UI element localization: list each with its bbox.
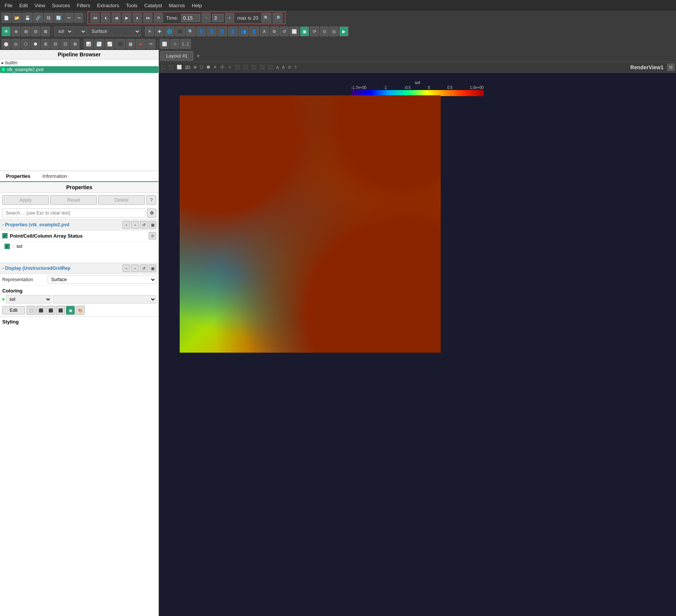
rv-btn3[interactable]: ⬜ xyxy=(176,64,183,70)
source-btn3[interactable]: ⊟ xyxy=(31,26,40,36)
edit-button[interactable]: Edit xyxy=(2,306,25,314)
source-selector[interactable]: sol xyxy=(54,26,73,36)
tb-icon-btn13[interactable]: ⚙ xyxy=(270,26,279,36)
time-play-button[interactable]: ▶ xyxy=(122,13,131,23)
rv-btn17[interactable]: ⊙ xyxy=(287,64,292,70)
tb-icon-btn7[interactable]: 👤 xyxy=(207,26,217,36)
filter-btn17[interactable]: ⊹ xyxy=(170,39,179,49)
rv-btn11[interactable]: ⬛ xyxy=(242,64,249,70)
menu-macros[interactable]: Macros xyxy=(166,2,188,9)
filter-btn10[interactable]: 📉 xyxy=(94,39,104,49)
menu-extractors[interactable]: Extractors xyxy=(94,2,122,9)
tb-icon-btn9[interactable]: 👤 xyxy=(228,26,238,36)
rv-btn12[interactable]: ⬛ xyxy=(250,64,258,70)
tb-icon-btn12[interactable]: A xyxy=(260,26,269,36)
rv-btn7[interactable]: ✕ xyxy=(212,64,218,70)
add-source-button[interactable]: ⊕ xyxy=(11,26,20,36)
rv-btn6[interactable]: ⬢ xyxy=(205,64,211,70)
filter-btn5[interactable]: ⊞ xyxy=(41,39,50,49)
filter-btn4[interactable]: ⬢ xyxy=(31,39,40,49)
pipeline-item-builtin[interactable]: ▸ builtin: xyxy=(0,59,159,66)
time-prev-button[interactable]: ⏴ xyxy=(101,13,110,23)
tb-icon-btn10[interactable]: 👥 xyxy=(239,26,249,36)
layout-tab-1[interactable]: Layout #1 xyxy=(160,51,193,61)
disp-icon-1[interactable]: ▪ xyxy=(123,264,130,272)
filter-btn6[interactable]: ⊟ xyxy=(51,39,60,49)
tb-icon-btn2[interactable]: ✚ xyxy=(155,26,164,36)
reset-button[interactable]: Reset xyxy=(50,195,97,205)
tab-information[interactable]: Information xyxy=(36,171,73,182)
tb-icon-btn5[interactable]: 🔍 xyxy=(186,26,196,36)
filter-btn7[interactable]: ⊡ xyxy=(61,39,70,49)
tab-properties[interactable]: Properties xyxy=(0,171,36,182)
menu-sources[interactable]: Sources xyxy=(49,2,73,9)
menu-view[interactable]: View xyxy=(31,2,48,9)
tb-icon-btn11[interactable]: 👤 xyxy=(249,26,259,36)
color-action-2[interactable]: ⬛ xyxy=(36,306,45,315)
filter-btn11[interactable]: 📈 xyxy=(105,39,115,49)
rv-btn4[interactable]: ⊕ xyxy=(192,64,198,70)
color-action-6[interactable]: 🎨 xyxy=(76,306,85,315)
filter-btn8[interactable]: ⊠ xyxy=(70,39,79,49)
coloring-component-select[interactable] xyxy=(53,295,156,303)
new-button[interactable]: 📄 xyxy=(2,13,11,23)
time-zoom-out-button[interactable]: 🔎 xyxy=(273,13,283,23)
filter-btn1[interactable]: ⬤ xyxy=(2,39,11,49)
color-action-1[interactable]: ⬚ xyxy=(26,306,36,315)
time-frame-input[interactable] xyxy=(212,14,224,22)
time-forward-button[interactable]: ⏵ xyxy=(133,13,142,23)
rv-btn8[interactable]: ➕ xyxy=(219,64,226,70)
rv-btn13[interactable]: ⬛ xyxy=(258,64,266,70)
time-minus-button[interactable]: − xyxy=(202,13,211,23)
connect-button[interactable]: 🔗 xyxy=(33,13,43,23)
tb-icon-btn16[interactable]: ▣ xyxy=(300,26,309,36)
array-status-settings[interactable]: ⚙ xyxy=(149,232,156,240)
rv-btn-2d[interactable]: 2D xyxy=(184,64,191,70)
rv-btn16[interactable]: A xyxy=(281,64,286,70)
time-loop-button[interactable]: ⟳ xyxy=(154,13,163,23)
time-zoom-in-button[interactable]: 🔍 xyxy=(261,13,271,23)
time-value-input[interactable] xyxy=(181,14,200,22)
redo-button[interactable]: ↪ xyxy=(74,13,83,23)
filter-btn15[interactable]: ✏ xyxy=(146,39,155,49)
disp-icon-2[interactable]: ▪ xyxy=(131,264,139,272)
section-icon-expand[interactable]: ▣ xyxy=(149,221,156,229)
section-icon-1[interactable]: ▪ xyxy=(123,221,130,229)
undo-button[interactable]: ↩ xyxy=(64,13,73,23)
time-last-button[interactable]: ⏭ xyxy=(143,13,152,23)
tb-icon-btn3[interactable]: 🌐 xyxy=(165,26,174,36)
rv-btn5[interactable]: ⬡ xyxy=(199,64,205,70)
tb-icon-btn14[interactable]: ↺ xyxy=(280,26,289,36)
rv-btn2[interactable]: ⬛ xyxy=(167,64,175,70)
rv-btn14[interactable]: ⬛ xyxy=(267,64,274,70)
pipeline-item-vtk[interactable]: vtk_example2.pvd xyxy=(0,66,159,73)
representation-select[interactable]: Surface xyxy=(48,275,156,284)
help-button[interactable]: ? xyxy=(146,195,156,205)
representation-selector[interactable]: Surface Wireframe Points Surface With Ed… xyxy=(87,26,141,36)
array-status-checkbox[interactable]: ✓ xyxy=(2,233,8,238)
tb-icon-btn17[interactable]: ⟳ xyxy=(310,26,319,36)
sol-checkbox[interactable]: ✓ xyxy=(5,244,10,249)
color-action-3[interactable]: ⬛ xyxy=(46,306,55,315)
rv-btn10[interactable]: ⬛ xyxy=(233,64,241,70)
section-icon-refresh[interactable]: ↺ xyxy=(140,221,148,229)
search-input[interactable] xyxy=(2,208,146,218)
filter-btn3[interactable]: ⬡ xyxy=(21,39,30,49)
time-back-button[interactable]: ◀ xyxy=(112,13,121,23)
filter-btn16[interactable]: ⬜ xyxy=(160,39,169,49)
menu-catalyst[interactable]: Catalyst xyxy=(141,2,165,9)
tb-icon-btn15[interactable]: ⬜ xyxy=(289,26,299,36)
menu-filters[interactable]: Filters xyxy=(74,2,93,9)
tb-icon-btn19[interactable]: ◎ xyxy=(329,26,339,36)
filter-btn18[interactable]: {...} xyxy=(180,39,191,49)
menu-help[interactable]: Help xyxy=(189,2,205,9)
time-plus-button[interactable]: + xyxy=(225,13,234,23)
rv-btn15[interactable]: A xyxy=(275,64,280,70)
disp-icon-expand[interactable]: ▣ xyxy=(149,264,156,272)
filter-btn13[interactable]: ▦ xyxy=(126,39,135,49)
tb-icon-btn1[interactable]: ✕ xyxy=(145,26,154,36)
component-selector[interactable] xyxy=(74,26,87,36)
menu-tools[interactable]: Tools xyxy=(123,2,140,9)
tb-icon-btn8[interactable]: 👤 xyxy=(218,26,227,36)
eye-button[interactable]: 👁 xyxy=(2,26,11,36)
